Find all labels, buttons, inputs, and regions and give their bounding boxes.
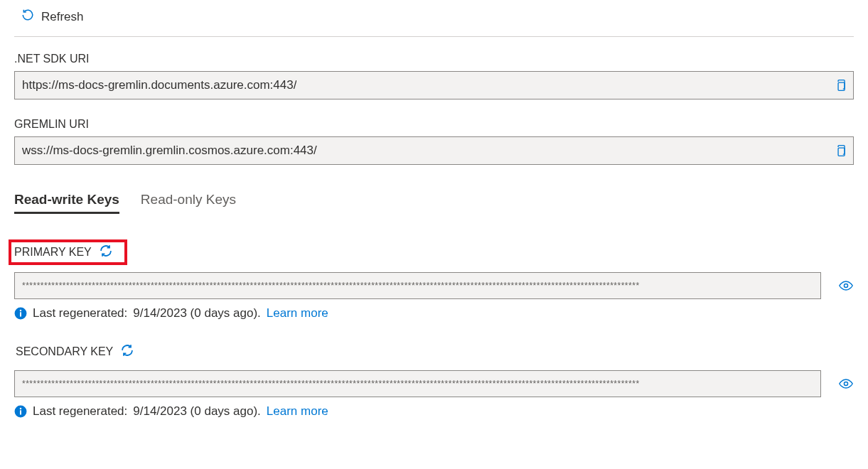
secondary-key-value: ****************************************… [22, 379, 640, 389]
refresh-button[interactable]: Refresh [21, 9, 84, 25]
show-secondary-key-button[interactable] [838, 376, 854, 392]
secondary-key-section: SECONDARY KEY **************************… [14, 340, 854, 419]
secondary-learn-more-link[interactable]: Learn more [267, 404, 328, 419]
copy-gremlin-uri-button[interactable] [835, 144, 847, 157]
refresh-icon [21, 9, 34, 25]
primary-regen-date: 9/14/2023 (0 days ago). [133, 306, 261, 320]
info-icon [14, 307, 27, 320]
primary-key-input[interactable]: ****************************************… [14, 272, 821, 299]
primary-regen-prefix: Last regenerated: [33, 306, 127, 320]
regenerate-primary-key-button[interactable] [99, 244, 113, 261]
show-primary-key-button[interactable] [838, 278, 854, 293]
secondary-key-label: SECONDARY KEY [16, 345, 113, 358]
net-sdk-uri-input[interactable]: https://ms-docs-gremlin.documents.azure.… [14, 71, 854, 99]
primary-key-header: PRIMARY KEY [9, 239, 127, 265]
primary-key-info: Last regenerated: 9/14/2023 (0 days ago)… [14, 306, 854, 320]
svg-point-9 [20, 408, 21, 409]
toolbar: Refresh [14, 6, 854, 37]
secondary-key-input[interactable]: ****************************************… [14, 370, 821, 397]
regenerate-secondary-key-button[interactable] [120, 343, 134, 360]
primary-key-label: PRIMARY KEY [14, 246, 92, 259]
gremlin-uri-group: GREMLIN URI wss://ms-docs-gremlin.gremli… [14, 118, 854, 165]
primary-key-section: PRIMARY KEY ****************************… [14, 239, 854, 320]
secondary-regen-date: 9/14/2023 (0 days ago). [133, 404, 261, 419]
svg-point-6 [844, 382, 847, 385]
svg-rect-4 [20, 312, 21, 316]
net-sdk-uri-value: https://ms-docs-gremlin.documents.azure.… [22, 78, 296, 92]
keys-tabs: Read-write Keys Read-only Keys [14, 192, 854, 214]
net-sdk-uri-label: .NET SDK URI [14, 53, 854, 65]
gremlin-uri-input[interactable]: wss://ms-docs-gremlin.gremlin.cosmos.azu… [14, 136, 854, 165]
secondary-key-header: SECONDARY KEY [14, 340, 140, 363]
gremlin-uri-value: wss://ms-docs-gremlin.gremlin.cosmos.azu… [22, 144, 317, 158]
svg-rect-8 [20, 410, 21, 414]
info-icon [14, 405, 27, 418]
gremlin-uri-label: GREMLIN URI [14, 118, 854, 131]
secondary-key-info: Last regenerated: 9/14/2023 (0 days ago)… [14, 404, 854, 419]
net-sdk-uri-group: .NET SDK URI https://ms-docs-gremlin.doc… [14, 53, 854, 99]
secondary-regen-prefix: Last regenerated: [33, 404, 127, 419]
refresh-label: Refresh [41, 10, 84, 24]
copy-net-sdk-uri-button[interactable] [835, 79, 847, 92]
svg-point-2 [844, 284, 847, 287]
primary-key-value: ****************************************… [22, 281, 640, 291]
primary-learn-more-link[interactable]: Learn more [267, 306, 328, 320]
tab-read-only-keys[interactable]: Read-only Keys [141, 192, 236, 214]
svg-point-5 [20, 310, 21, 311]
tab-read-write-keys[interactable]: Read-write Keys [14, 192, 119, 214]
